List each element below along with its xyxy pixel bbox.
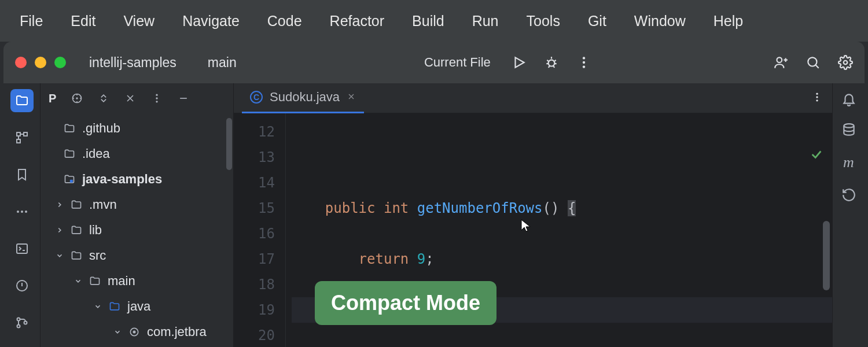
code-with-me-button[interactable] bbox=[773, 55, 788, 70]
more-tool-button[interactable] bbox=[10, 200, 34, 223]
git-branch-selector[interactable]: main bbox=[202, 55, 242, 71]
line-gutter[interactable]: 121314151617181920 bbox=[234, 113, 286, 347]
tree-item[interactable]: com.jetbra bbox=[41, 319, 233, 345]
menu-window[interactable]: Window bbox=[620, 13, 700, 29]
project-tool-button[interactable] bbox=[10, 89, 34, 112]
code-content[interactable]: public int getNumberOfRows() { return 9;… bbox=[286, 113, 832, 347]
tree-arrow-icon[interactable] bbox=[56, 201, 65, 209]
tree-item[interactable]: java-samples bbox=[41, 167, 233, 192]
run-button[interactable] bbox=[512, 55, 527, 70]
hide-panel-button[interactable] bbox=[178, 93, 189, 104]
tree-item-label: java-samples bbox=[82, 172, 162, 187]
line-number[interactable]: 14 bbox=[234, 170, 275, 195]
menu-build[interactable]: Build bbox=[398, 13, 458, 29]
keyword: return bbox=[359, 251, 409, 267]
editor-tab[interactable]: C Sudoku.java bbox=[242, 83, 364, 113]
svg-rect-10 bbox=[17, 132, 20, 136]
close-window-button[interactable] bbox=[15, 57, 27, 68]
notifications-button[interactable] bbox=[841, 91, 856, 106]
line-number[interactable]: 12 bbox=[234, 119, 275, 145]
project-view-label[interactable]: P bbox=[49, 92, 56, 105]
menu-help[interactable]: Help bbox=[700, 13, 757, 29]
tree-item[interactable]: java bbox=[41, 294, 233, 319]
tree-item-label: .mvn bbox=[89, 197, 117, 212]
debug-button[interactable] bbox=[544, 55, 559, 70]
collapse-all-button[interactable] bbox=[124, 93, 136, 104]
more-actions-button[interactable] bbox=[576, 55, 591, 70]
tree-item[interactable]: main bbox=[41, 268, 233, 294]
terminal-tool-button[interactable] bbox=[10, 237, 34, 260]
menu-git[interactable]: Git bbox=[574, 13, 620, 29]
menu-tools[interactable]: Tools bbox=[513, 13, 574, 29]
folder-icon bbox=[71, 250, 83, 261]
settings-button[interactable] bbox=[838, 55, 853, 70]
tree-arrow-icon[interactable] bbox=[94, 302, 103, 311]
line-number[interactable]: 20 bbox=[234, 323, 275, 347]
minimize-window-button[interactable] bbox=[35, 57, 46, 68]
tree-item[interactable]: .idea bbox=[41, 141, 233, 167]
zoom-window-button[interactable] bbox=[54, 57, 66, 68]
line-number[interactable]: 17 bbox=[234, 246, 275, 272]
svg-point-25 bbox=[156, 101, 158, 102]
tree-arrow-icon[interactable] bbox=[74, 277, 83, 285]
folder-icon bbox=[64, 174, 76, 185]
close-tab-button[interactable] bbox=[347, 90, 356, 105]
ide-toolbar: intellij-samples main Current File bbox=[3, 42, 865, 83]
svg-point-30 bbox=[816, 96, 818, 98]
editor-scrollbar-thumb[interactable] bbox=[823, 221, 830, 290]
menu-navigate[interactable]: Navigate bbox=[168, 13, 253, 29]
reload-tool-button[interactable] bbox=[841, 187, 856, 202]
svg-point-22 bbox=[77, 98, 78, 99]
project-selector[interactable]: intellij-samples bbox=[89, 55, 182, 71]
select-open-file-button[interactable] bbox=[71, 93, 83, 104]
menu-run[interactable]: Run bbox=[458, 13, 513, 29]
problems-tool-button[interactable] bbox=[10, 274, 34, 297]
expand-all-button[interactable] bbox=[98, 93, 109, 104]
svg-point-7 bbox=[777, 57, 782, 62]
brace: { bbox=[568, 200, 576, 216]
project-tree[interactable]: .github.ideajava-samples.mvnlibsrcmainja… bbox=[41, 113, 233, 345]
tree-arrow-icon[interactable] bbox=[56, 226, 65, 234]
search-everywhere-button[interactable] bbox=[806, 55, 821, 70]
database-tool-button[interactable] bbox=[841, 123, 856, 138]
menu-file[interactable]: File bbox=[6, 13, 57, 29]
svg-point-6 bbox=[583, 65, 585, 68]
folder-icon bbox=[89, 275, 102, 287]
tree-item[interactable]: .mvn bbox=[41, 192, 233, 217]
menu-edit[interactable]: Edit bbox=[57, 13, 109, 29]
line-number[interactable]: 13 bbox=[234, 145, 275, 170]
structure-tool-button[interactable] bbox=[10, 126, 34, 149]
folder-icon bbox=[64, 148, 76, 160]
menu-refactor[interactable]: Refactor bbox=[316, 13, 398, 29]
class-file-icon: C bbox=[250, 91, 263, 104]
svg-point-19 bbox=[17, 325, 20, 328]
line-number[interactable]: 16 bbox=[234, 221, 275, 246]
tree-item[interactable]: src bbox=[41, 243, 233, 268]
project-scrollbar-thumb[interactable] bbox=[226, 118, 232, 170]
tab-options-button[interactable] bbox=[811, 91, 823, 105]
right-tool-rail: m bbox=[832, 83, 865, 347]
branch-name-label: main bbox=[208, 55, 237, 71]
panel-options-button[interactable] bbox=[151, 93, 163, 104]
inspection-ok-icon[interactable] bbox=[727, 118, 823, 194]
menu-view[interactable]: View bbox=[109, 13, 168, 29]
bookmarks-tool-button[interactable] bbox=[10, 163, 34, 186]
line-number[interactable]: 18 bbox=[234, 272, 275, 297]
code-editor[interactable]: 121314151617181920 public int getNumberO… bbox=[234, 113, 832, 347]
project-tree-panel: P .github.ideajava-samples.mvnlibsrcmain… bbox=[41, 83, 234, 347]
tree-arrow-icon[interactable] bbox=[56, 252, 65, 260]
menu-code[interactable]: Code bbox=[253, 13, 316, 29]
svg-rect-12 bbox=[17, 139, 20, 143]
tree-item[interactable]: .github bbox=[41, 116, 233, 141]
svg-rect-16 bbox=[17, 244, 27, 253]
tree-item[interactable]: lib bbox=[41, 217, 233, 243]
line-number[interactable]: 19 bbox=[234, 297, 275, 323]
method-name: getNumberOfRows bbox=[417, 200, 543, 216]
maven-tool-button[interactable]: m bbox=[843, 154, 854, 171]
vcs-tool-button[interactable] bbox=[10, 311, 34, 334]
run-config-selector[interactable]: Current File bbox=[424, 55, 495, 70]
folder-icon bbox=[128, 326, 141, 338]
line-number[interactable]: 15 bbox=[234, 195, 275, 221]
tree-arrow-icon[interactable] bbox=[113, 328, 123, 336]
keyword: public bbox=[325, 200, 376, 216]
